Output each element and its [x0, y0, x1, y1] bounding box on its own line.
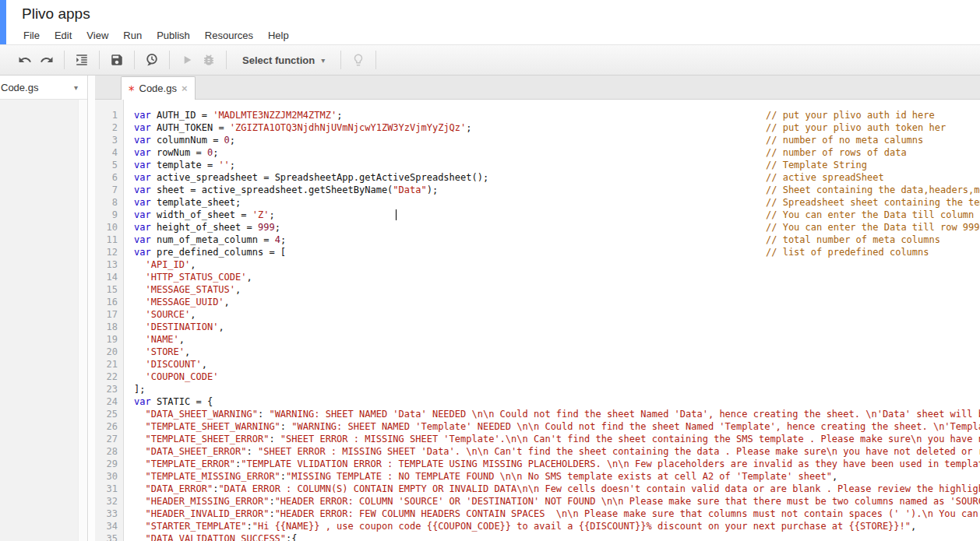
- code-line-text: var pre_defined_columns = [// list of pr…: [134, 246, 286, 258]
- code-line[interactable]: 25 "DATA_SHEET_WARNING": "WARNING: SHEET…: [95, 408, 980, 420]
- file-selector[interactable]: Code.gs ▾: [0, 76, 87, 100]
- line-number: 23: [95, 383, 123, 395]
- bug-icon: [202, 53, 216, 67]
- menu-resources[interactable]: Resources: [203, 29, 255, 42]
- code-line[interactable]: 16 'MESSAGE_UUID',: [95, 296, 980, 308]
- code-line-text: var columnNum = 0;// number of no meta c…: [134, 134, 235, 146]
- debug-button[interactable]: [198, 49, 220, 71]
- redo-button[interactable]: [36, 49, 58, 71]
- code-line[interactable]: 14 'HTTP_STATUS_CODE',: [95, 271, 980, 283]
- tab-code-gs[interactable]: * Code.gs ×: [121, 76, 196, 100]
- code-line-text: "DATA_VALIDATION_SUCCESS":{: [134, 532, 298, 541]
- code-line-text: "TEMPLATE_ERROR":"TEMPLATE VLIDATION ERR…: [134, 458, 980, 470]
- code-line[interactable]: 5var template = '';// Template String: [95, 159, 980, 171]
- code-comment: // put your plivo auth id here: [766, 109, 935, 121]
- code-editor[interactable]: 1var AUTH_ID = 'MADLMTE3NZZJM2M4ZTMZ';//…: [95, 100, 980, 541]
- line-number: 35: [95, 532, 123, 541]
- undo-icon: [18, 53, 32, 67]
- line-number: 7: [95, 184, 123, 196]
- code-line[interactable]: 19 'NAME',: [95, 333, 980, 346]
- code-line[interactable]: 29 "TEMPLATE_ERROR":"TEMPLATE VLIDATION …: [95, 458, 980, 470]
- hint-button[interactable]: [347, 49, 369, 71]
- tab-label: Code.gs: [139, 83, 177, 94]
- code-line[interactable]: 23];: [95, 383, 980, 395]
- code-line[interactable]: 31 "DATA_ERROR":"DATA ERROR : COLUMN(S) …: [95, 483, 980, 495]
- indent-button[interactable]: [71, 49, 93, 71]
- close-icon[interactable]: ×: [182, 83, 188, 94]
- code-comment: // Sheet containing the data,headers,me: [766, 184, 980, 196]
- menu-run[interactable]: Run: [122, 29, 143, 42]
- code-line[interactable]: 28 "DATA_SHEET_ERROR": "SHEET ERROR : MI…: [95, 445, 980, 458]
- code-line-text: 'COUPON_CODE': [134, 371, 218, 383]
- line-number: 22: [95, 371, 123, 383]
- line-number: 9: [95, 209, 123, 221]
- select-function-dropdown[interactable]: Select function ▾: [233, 49, 334, 71]
- code-line-text: "HEADER_MISSING_ERROR":"HEADER ERROR: CO…: [134, 495, 980, 508]
- toolbar-separator: [99, 51, 100, 69]
- code-line-text: 'MESSAGE_UUID',: [134, 296, 230, 308]
- code-line[interactable]: 6var active_spreadsheet = SpreadsheetApp…: [95, 171, 980, 184]
- code-line[interactable]: 2var AUTH_TOKEN = 'ZGIZTA1OTQ3NjdhNjUVmN…: [95, 121, 980, 134]
- history-button[interactable]: [141, 49, 163, 71]
- code-line[interactable]: 30 "TEMPLATE_MISSING_ERROR":"MISSING TEM…: [95, 470, 980, 483]
- code-line[interactable]: 10var height_of_sheet = 999;// You can e…: [95, 221, 980, 234]
- menu-help[interactable]: Help: [266, 29, 291, 42]
- code-line[interactable]: 32 "HEADER_MISSING_ERROR":"HEADER ERROR:…: [95, 495, 980, 508]
- code-line[interactable]: 4var rowNum = 0;// number of rows of dat…: [95, 146, 980, 159]
- code-line[interactable]: 24var STATIC = {: [95, 395, 980, 408]
- undo-button[interactable]: [14, 49, 36, 71]
- menu-view[interactable]: View: [85, 29, 110, 42]
- code-line-text: var AUTH_TOKEN = 'ZGIZTA1OTQ3NjdhNjUVmNj…: [134, 121, 472, 134]
- line-number: 5: [95, 159, 123, 171]
- code-comment: // You can enter the Data till row 999: [766, 221, 980, 234]
- code-line[interactable]: 3var columnNum = 0;// number of no meta …: [95, 134, 980, 146]
- chevron-down-icon: ▾: [74, 83, 78, 92]
- save-icon: [110, 53, 124, 67]
- code-line[interactable]: 17 'SOURCE',: [95, 308, 980, 321]
- code-line-text: 'API_ID',: [134, 258, 196, 271]
- code-line-text: "TEMPLATE_MISSING_ERROR":"MISSING TEMPLA…: [134, 470, 837, 483]
- code-line-text: var active_spreadsheet = SpreadsheetApp.…: [134, 171, 488, 184]
- project-title: Plivo apps: [22, 5, 90, 23]
- code-line[interactable]: 33 "HEADER_INVALID_ERROR":"HEADER ERROR:…: [95, 508, 980, 520]
- line-number: 4: [95, 146, 123, 159]
- menu-publish[interactable]: Publish: [155, 29, 192, 42]
- code-line[interactable]: 22 'COUPON_CODE': [95, 371, 980, 383]
- code-line-text: 'NAME',: [134, 333, 185, 346]
- code-line[interactable]: 27 "TEMPLATE_SHEET_ERROR": "SHEET ERROR …: [95, 433, 980, 445]
- code-line[interactable]: 34 "STARTER_TEMPLATE":"Hi {{NAME}} , use…: [95, 520, 980, 532]
- code-comment: // list of predefined columns: [766, 246, 929, 258]
- line-number: 6: [95, 171, 123, 184]
- code-line[interactable]: 8var template_sheet;// Spreadsheet sheet…: [95, 196, 980, 209]
- code-line[interactable]: 26 "TEMPLATE_SHEET_WARNING": "WARNING: S…: [95, 420, 980, 433]
- code-line-text: "DATA_SHEET_WARNING": "WARNING: SHEET NA…: [134, 408, 980, 420]
- code-line[interactable]: 35 "DATA_VALIDATION_SUCCESS":{: [95, 532, 980, 541]
- code-line-text: "TEMPLATE_SHEET_ERROR": "SHEET ERROR : M…: [134, 433, 980, 445]
- menu-file[interactable]: File: [22, 29, 41, 42]
- code-line[interactable]: 7var sheet = active_spreadsheet.getSheet…: [95, 184, 980, 196]
- code-line[interactable]: 15 'MESSAGE_STATUS',: [95, 283, 980, 296]
- toolbar-separator: [375, 51, 376, 69]
- code-line[interactable]: 12var pre_defined_columns = [// list of …: [95, 246, 980, 258]
- code-line[interactable]: 13 'API_ID',: [95, 258, 980, 271]
- save-button[interactable]: [106, 49, 128, 71]
- code-line[interactable]: 9var width_of_sheet = 'Z';// You can ent…: [95, 209, 980, 221]
- line-number: 34: [95, 520, 123, 532]
- code-line[interactable]: 18 'DESTINATION',: [95, 321, 980, 333]
- line-number: 15: [95, 283, 123, 296]
- unsaved-indicator: *: [129, 87, 135, 95]
- line-number: 8: [95, 196, 123, 209]
- code-line[interactable]: 21 'DISCOUNT',: [95, 358, 980, 371]
- code-line-text: 'MESSAGE_STATUS',: [134, 283, 241, 296]
- code-line[interactable]: 11var num_of_meta_column = 4;// total nu…: [95, 234, 980, 246]
- sidebar-scrollbar-track[interactable]: [78, 100, 87, 541]
- line-number: 27: [95, 433, 123, 445]
- code-line[interactable]: 20 'STORE',: [95, 346, 980, 358]
- menu-edit[interactable]: Edit: [53, 29, 73, 42]
- line-number: 18: [95, 321, 123, 333]
- sidebar-splitter[interactable]: [89, 76, 95, 541]
- run-button[interactable]: [176, 49, 198, 71]
- chevron-down-icon: ▾: [321, 56, 325, 65]
- line-number: 3: [95, 134, 123, 146]
- code-line[interactable]: 1var AUTH_ID = 'MADLMTE3NZZJM2M4ZTMZ';//…: [95, 109, 980, 121]
